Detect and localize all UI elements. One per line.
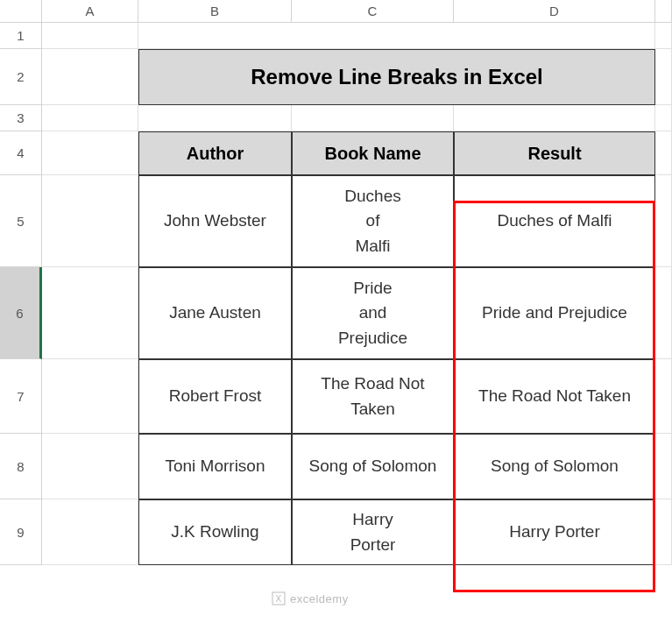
- cell-a1[interactable]: [42, 23, 138, 49]
- cell-e9[interactable]: [655, 499, 672, 565]
- cell-e6[interactable]: [655, 267, 672, 359]
- cell-d8-result[interactable]: Song of Solomon: [454, 434, 655, 499]
- watermark-icon: X: [272, 591, 286, 605]
- cell-e2[interactable]: [655, 49, 672, 105]
- cell-a3[interactable]: [42, 105, 138, 131]
- row-header-1[interactable]: 1: [0, 23, 42, 49]
- cell-b9-author[interactable]: J.K Rowling: [138, 499, 292, 565]
- row-header-5[interactable]: 5: [0, 175, 42, 267]
- cell-b8-author[interactable]: Toni Morrison: [138, 434, 292, 499]
- cell-c7-bookname[interactable]: The Road Not Taken: [292, 359, 454, 434]
- row-header-9[interactable]: 9: [0, 499, 42, 565]
- title-cell[interactable]: Remove Line Breaks in Excel: [138, 49, 655, 105]
- cell-d6-result[interactable]: Pride and Prejudice: [454, 267, 655, 359]
- row-header-6[interactable]: 6: [0, 267, 42, 359]
- cell-b3[interactable]: [138, 105, 292, 131]
- cell-c6-bookname[interactable]: Pride and Prejudice: [292, 267, 454, 359]
- cell-a7[interactable]: [42, 359, 138, 434]
- cell-c8-bookname[interactable]: Song of Solomon: [292, 434, 454, 499]
- cell-d3[interactable]: [454, 105, 655, 131]
- watermark-text: exceldemy: [290, 592, 349, 605]
- cell-a9[interactable]: [42, 499, 138, 565]
- spreadsheet-grid: A B C D 1 2 Remove Line Breaks in Excel …: [0, 0, 672, 565]
- cell-c5-bookname[interactable]: Duches of Malfi: [292, 175, 454, 267]
- cell-b7-author[interactable]: Robert Frost: [138, 359, 292, 434]
- cell-e1[interactable]: [655, 23, 672, 49]
- cell-a4[interactable]: [42, 131, 138, 175]
- row-header-2[interactable]: 2: [0, 49, 42, 105]
- cell-d9-result[interactable]: Harry Porter: [454, 499, 655, 565]
- cell-a5[interactable]: [42, 175, 138, 267]
- cell-d7-result[interactable]: The Road Not Taken: [454, 359, 655, 434]
- col-header-spacer: [655, 0, 672, 23]
- col-header-a[interactable]: A: [42, 0, 138, 23]
- cell-c3[interactable]: [292, 105, 454, 131]
- watermark: X exceldemy: [272, 591, 349, 605]
- header-author[interactable]: Author: [138, 131, 292, 175]
- header-result[interactable]: Result: [454, 131, 655, 175]
- cell-d5-result[interactable]: Duches of Malfi: [454, 175, 655, 267]
- cell-e4[interactable]: [655, 131, 672, 175]
- header-book-name[interactable]: Book Name: [292, 131, 454, 175]
- cell-a8[interactable]: [42, 434, 138, 499]
- select-all-corner[interactable]: [0, 0, 42, 23]
- cell-b5-author[interactable]: John Webster: [138, 175, 292, 267]
- row-header-7[interactable]: 7: [0, 359, 42, 434]
- row-header-8[interactable]: 8: [0, 434, 42, 499]
- cell-e7[interactable]: [655, 359, 672, 434]
- cell-e8[interactable]: [655, 434, 672, 499]
- col-header-c[interactable]: C: [292, 0, 454, 23]
- cell-e5[interactable]: [655, 175, 672, 267]
- cell-b6-author[interactable]: Jane Austen: [138, 267, 292, 359]
- row-header-3[interactable]: 3: [0, 105, 42, 131]
- row-header-4[interactable]: 4: [0, 131, 42, 175]
- svg-text:X: X: [275, 594, 281, 604]
- cell-e3[interactable]: [655, 105, 672, 131]
- cell-c9-bookname[interactable]: Harry Porter: [292, 499, 454, 565]
- col-header-b[interactable]: B: [138, 0, 292, 23]
- cell-b1-d1[interactable]: [138, 23, 655, 49]
- cell-a2[interactable]: [42, 49, 138, 105]
- cell-a6[interactable]: [42, 267, 138, 359]
- col-header-d[interactable]: D: [454, 0, 655, 23]
